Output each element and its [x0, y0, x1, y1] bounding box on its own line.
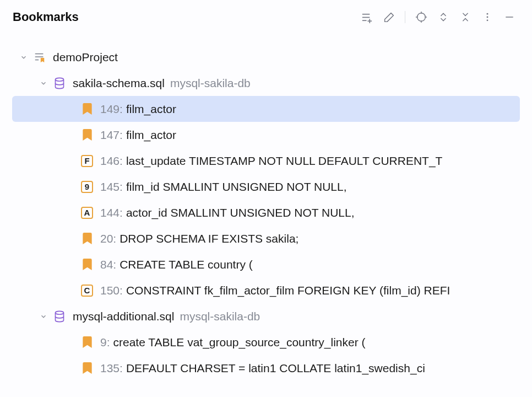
panel-title: Bookmarks [13, 10, 353, 24]
svg-point-10 [487, 13, 488, 15]
bookmark-text: film_id SMALLINT UNSIGNED NOT NULL, [126, 180, 347, 194]
bookmark-list-icon [33, 51, 46, 64]
chevrons-vertical-icon [438, 12, 449, 23]
bookmarks-tree[interactable]: demoProject sakila-schema.sql mysql-saki… [0, 33, 532, 397]
mnemonic-letter: A [81, 207, 93, 219]
mnemonic-icon: 9 [80, 180, 94, 194]
collapse-all-button[interactable] [455, 7, 476, 28]
mnemonic-icon: C [80, 284, 94, 297]
line-number: 149: [100, 103, 123, 116]
mnemonic-icon: A [80, 206, 94, 219]
bookmark-item[interactable]: 135: DEFAULT CHARSET = latin1 COLLATE la… [0, 355, 532, 381]
expand-toggle[interactable] [19, 52, 29, 62]
toolbar-separator [405, 11, 405, 23]
chevron-down-icon [20, 53, 28, 61]
mnemonic-letter: F [81, 155, 93, 167]
minimize-icon [504, 12, 515, 23]
edit-button[interactable] [378, 7, 399, 28]
hide-panel-button[interactable] [499, 7, 520, 28]
bookmark-item[interactable]: A 144: actor_id SMALLINT UNSIGNED NOT NU… [0, 200, 532, 226]
bookmark-text: film_actor [126, 128, 176, 142]
bookmark-item[interactable]: 84: CREATE TABLE country ( [0, 251, 532, 277]
file-context: mysql-sakila-db [170, 77, 251, 90]
chevron-down-icon [40, 79, 47, 87]
expand-toggle[interactable] [39, 78, 48, 88]
svg-point-12 [487, 19, 488, 21]
svg-point-18 [56, 311, 64, 314]
node-label: demoProject [53, 51, 118, 64]
database-icon [53, 310, 66, 323]
bookmark-text: DROP SCHEMA IF EXISTS sakila; [120, 232, 298, 245]
line-number: 150: [100, 284, 123, 297]
mnemonic-icon: F [80, 154, 94, 168]
locate-button[interactable] [411, 7, 432, 28]
more-options-button[interactable] [477, 7, 498, 28]
bookmark-icon [80, 336, 94, 349]
bookmark-item[interactable]: 9 145: film_id SMALLINT UNSIGNED NOT NUL… [0, 174, 532, 200]
file-name: mysql-additional.sql [73, 310, 174, 323]
panel-toolbar: Bookmarks [0, 0, 532, 33]
expand-toggle[interactable] [39, 312, 48, 321]
pencil-icon [383, 12, 395, 23]
line-number: 144: [100, 206, 123, 219]
add-bookmark-button[interactable] [356, 7, 377, 28]
toolbar-actions [356, 7, 520, 28]
bookmark-item[interactable]: 9: create TABLE vat_group_source_country… [0, 329, 532, 355]
database-icon [53, 77, 66, 90]
bookmark-icon [80, 128, 94, 142]
bookmark-item[interactable]: C 150: CONSTRAINT fk_film_actor_film FOR… [0, 277, 532, 303]
svg-point-5 [417, 13, 426, 22]
line-number: 84: [100, 258, 116, 271]
line-number: 9: [100, 336, 110, 349]
bookmark-text: actor_id SMALLINT UNSIGNED NOT NULL, [126, 206, 355, 219]
bookmark-icon [80, 362, 94, 375]
bookmark-icon [80, 258, 94, 271]
list-add-icon [361, 11, 373, 24]
svg-point-17 [56, 78, 64, 81]
line-number: 146: [100, 154, 123, 168]
bookmark-text: CREATE TABLE country ( [120, 258, 253, 271]
bookmark-text: CONSTRAINT fk_film_actor_film FOREIGN KE… [126, 284, 450, 297]
tree-file-node[interactable]: mysql-additional.sql mysql-sakila-db [0, 303, 532, 329]
bookmark-text: last_update TIMESTAMP NOT NULL DEFAULT C… [126, 154, 443, 168]
kebab-icon [482, 12, 493, 23]
bookmark-item[interactable]: 149: film_actor [12, 96, 520, 122]
tree-root-node[interactable]: demoProject [0, 44, 532, 70]
bookmark-item[interactable]: 20: DROP SCHEMA IF EXISTS sakila; [0, 226, 532, 251]
tree-file-node[interactable]: sakila-schema.sql mysql-sakila-db [0, 70, 532, 96]
file-name: sakila-schema.sql [73, 77, 165, 90]
bookmark-text: film_actor [126, 103, 176, 116]
expand-collapse-button[interactable] [433, 7, 454, 28]
bookmark-text: DEFAULT CHARSET = latin1 COLLATE latin1_… [126, 362, 425, 375]
target-icon [415, 11, 427, 23]
svg-point-11 [487, 17, 488, 18]
bookmarks-panel: Bookmarks [0, 0, 532, 397]
line-number: 145: [100, 180, 123, 194]
chevron-down-icon [40, 313, 47, 320]
bookmark-item[interactable]: 147: film_actor [0, 122, 532, 148]
mnemonic-letter: 9 [81, 181, 93, 193]
line-number: 135: [100, 362, 123, 375]
bookmark-item[interactable]: F 146: last_update TIMESTAMP NOT NULL DE… [0, 148, 532, 174]
bookmark-text: create TABLE vat_group_source_country_li… [113, 336, 366, 349]
line-number: 20: [100, 232, 116, 245]
chevrons-in-icon [460, 12, 471, 23]
line-number: 147: [100, 128, 123, 142]
mnemonic-letter: C [81, 285, 93, 297]
bookmark-icon [80, 103, 94, 116]
file-context: mysql-sakila-db [180, 310, 260, 323]
bookmark-icon [80, 232, 94, 245]
